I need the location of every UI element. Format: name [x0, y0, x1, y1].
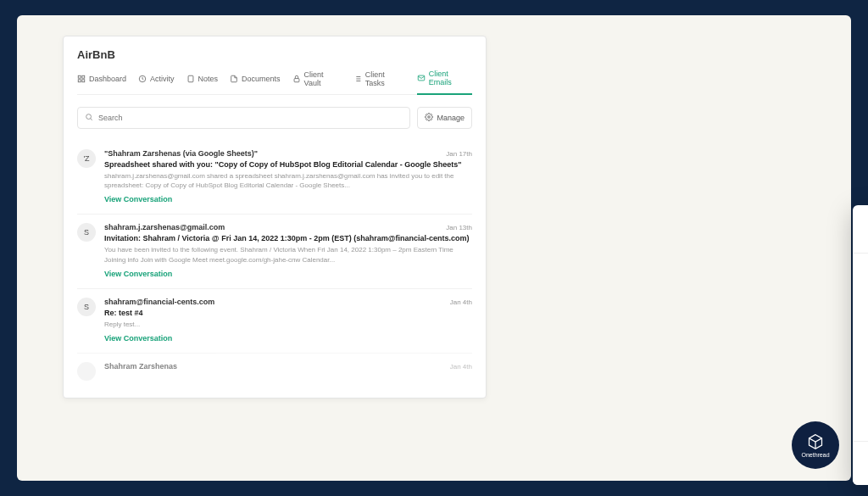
- email-item[interactable]: S shahram@financial-cents.com Jan 4th Re…: [77, 288, 472, 353]
- tab-notes[interactable]: Notes: [186, 70, 219, 94]
- tasks-icon: [353, 75, 362, 83]
- manage-button[interactable]: Manage: [417, 107, 472, 129]
- gear-icon: [425, 113, 433, 123]
- email-subject: Re: test #4: [104, 309, 472, 317]
- svg-rect-0: [78, 75, 81, 78]
- email-from: "Shahram Zarshenas (via Google Sheets)": [104, 149, 258, 158]
- view-conversation-link[interactable]: View Conversation: [104, 334, 172, 343]
- email-date: Jan 17th: [446, 150, 472, 158]
- avatar: [77, 362, 96, 381]
- tab-activity[interactable]: Activity: [138, 70, 175, 94]
- avatar: S: [77, 223, 96, 242]
- tab-label: Activity: [150, 75, 175, 83]
- email-from: Shahram Zarshenas: [104, 362, 177, 371]
- email-list: 'Z "Shahram Zarshenas (via Google Sheets…: [77, 141, 472, 389]
- tab-label: Client Emails: [429, 70, 472, 86]
- chat-header: Chat with Shahram Zarshenas: [853, 205, 868, 254]
- chat-composer: Send: [853, 441, 868, 485]
- tabs: Dashboard Activity Notes Documents Clien…: [77, 70, 472, 95]
- dashboard-icon: [77, 75, 86, 83]
- email-snippet: shahram.j.zarshenas@gmail.com shared a s…: [104, 171, 472, 190]
- chat-window: Chat with Shahram Zarshenas B Bob Feb 16…: [853, 205, 868, 485]
- tab-documents[interactable]: Documents: [230, 70, 281, 94]
- svg-rect-6: [294, 78, 299, 81]
- documents-icon: [230, 75, 238, 83]
- email-subject: Invitation: Shahram / Victoria @ Fri Jan…: [104, 234, 472, 242]
- svg-point-16: [428, 116, 431, 119]
- tab-label: Client Tasks: [365, 70, 405, 87]
- svg-rect-3: [82, 79, 85, 81]
- email-subject: Spreadsheet shared with you: "Copy of Co…: [104, 160, 472, 169]
- email-item[interactable]: Shahram Zarshenas Jan 4th: [77, 353, 472, 389]
- lock-icon: [292, 75, 301, 83]
- email-from: shahram@financial-cents.com: [104, 298, 214, 306]
- tab-dashboard[interactable]: Dashboard: [77, 70, 126, 94]
- tab-label: Client Vault: [304, 70, 342, 87]
- svg-point-14: [86, 114, 92, 120]
- cube-icon: [807, 433, 824, 450]
- tab-client-emails[interactable]: Client Emails: [417, 70, 472, 95]
- email-item[interactable]: 'Z "Shahram Zarshenas (via Google Sheets…: [77, 141, 472, 214]
- tab-client-tasks[interactable]: Client Tasks: [353, 70, 405, 94]
- email-icon: [417, 74, 426, 82]
- email-date: Jan 13th: [446, 224, 472, 231]
- manage-label: Manage: [437, 114, 465, 122]
- email-from: shahram.j.zarshenas@gmail.com: [104, 223, 225, 231]
- svg-line-15: [91, 119, 92, 120]
- notes-icon: [186, 75, 195, 83]
- search-box[interactable]: [77, 107, 410, 129]
- tab-label: Documents: [242, 75, 281, 83]
- view-conversation-link[interactable]: View Conversation: [104, 195, 172, 203]
- search-input[interactable]: [98, 114, 403, 122]
- message-input[interactable]: [853, 442, 868, 485]
- email-date: Jan 4th: [450, 298, 472, 306]
- email-date: Jan 4th: [450, 363, 472, 371]
- tab-label: Dashboard: [89, 75, 126, 83]
- avatar: S: [77, 298, 96, 316]
- search-icon: [85, 113, 93, 123]
- page-title: AirBnB: [77, 48, 472, 61]
- email-snippet: You have been invited to the following e…: [104, 245, 472, 264]
- svg-rect-1: [82, 75, 85, 78]
- brand-label: Onethread: [801, 452, 829, 458]
- brand-badge: Onethread: [792, 421, 839, 469]
- chat-messages: B Bob Feb 16th 10:45 AM I had a question…: [853, 254, 868, 441]
- avatar: 'Z: [77, 149, 96, 168]
- view-conversation-link[interactable]: View Conversation: [104, 270, 172, 278]
- tab-client-vault[interactable]: Client Vault: [292, 70, 342, 94]
- svg-rect-2: [78, 79, 81, 81]
- tab-label: Notes: [198, 75, 219, 83]
- email-snippet: Reply test...: [104, 320, 472, 329]
- email-panel: AirBnB Dashboard Activity Notes Document…: [63, 36, 487, 398]
- svg-rect-5: [188, 75, 193, 82]
- email-item[interactable]: S shahram.j.zarshenas@gmail.com Jan 13th…: [77, 214, 472, 287]
- activity-icon: [138, 75, 147, 83]
